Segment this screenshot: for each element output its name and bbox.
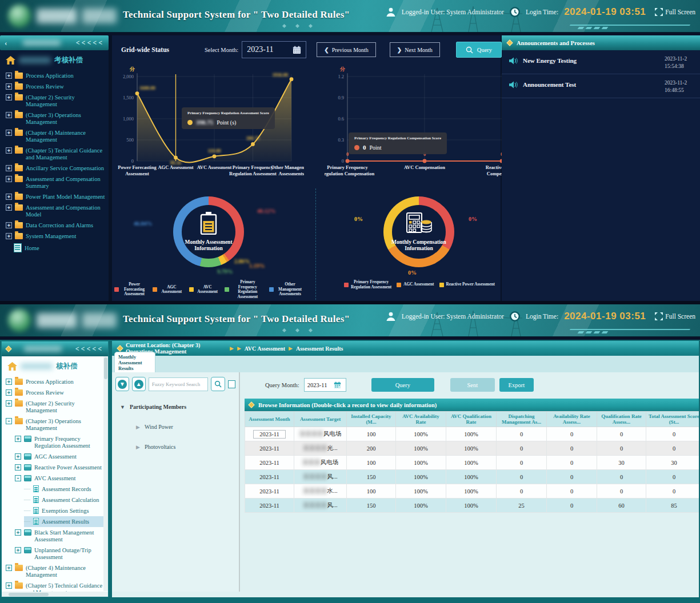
expand-plus-icon[interactable]: + [6, 130, 12, 136]
expand-plus-icon[interactable]: + [6, 73, 12, 79]
cell-assessment-target[interactable]: 某某某某光... [294, 441, 347, 456]
query-month-input[interactable] [307, 382, 334, 388]
table-cell[interactable]: 150 [347, 470, 396, 484]
table-cell[interactable]: 100% [396, 484, 446, 499]
expand-plus-icon[interactable]: + [6, 389, 12, 396]
table-cell[interactable]: 0 [547, 441, 597, 456]
table-cell[interactable]: 0 [646, 427, 699, 441]
tree-item[interactable]: +(Chapter 2) Security Management [6, 92, 106, 110]
tab-monthly-assessment-results[interactable]: Monthly Assessment Results [114, 352, 155, 372]
expand-plus-icon[interactable]: + [6, 565, 12, 571]
table-cell[interactable]: 0 [646, 484, 699, 499]
table-cell[interactable]: 100% [446, 441, 497, 456]
table-cell[interactable]: 150 [347, 499, 396, 513]
collapse-minus-icon[interactable]: - [15, 475, 21, 481]
table-cell[interactable]: 100% [446, 470, 497, 484]
breadcrumb-avc-assessment[interactable]: AVC Assessment [245, 345, 285, 352]
fuzzy-search-input[interactable] [149, 377, 208, 391]
tree-item[interactable]: Assessment Records [24, 484, 106, 495]
sidebar-horizontal-scrollbar[interactable] [2, 592, 109, 597]
query-month-picker[interactable] [304, 378, 346, 392]
table-cell[interactable]: 100% [396, 456, 446, 470]
table-cell[interactable]: 200 [347, 441, 396, 456]
member-item-photovoltaics[interactable]: ▶Photovoltaics [136, 444, 235, 450]
assessment-line-chart[interactable]: 05001,0001,5002,000分1600.0080.36110.0039… [114, 64, 304, 185]
table-cell[interactable]: 100 [347, 427, 396, 441]
announcement-item[interactable]: New Energy Testing2023-11-215:54:38 [502, 50, 700, 74]
table-cell[interactable]: 0 [547, 470, 597, 484]
expand-plus-icon[interactable]: + [6, 165, 12, 171]
table-cell[interactable]: 0 [646, 441, 699, 456]
table-row[interactable]: 2023-11某某某某风...150100%100%2506085 [245, 499, 699, 513]
column-header[interactable]: Installed Capacity (M... [347, 412, 396, 427]
table-cell[interactable]: 0 [497, 441, 547, 456]
tree-item-home[interactable]: Home [14, 242, 106, 254]
column-header[interactable]: AVC Availability Rate [396, 412, 446, 427]
compensation-donut-chart[interactable]: Monthly Compensation Information0%0%0% [325, 188, 514, 275]
tree-item[interactable]: +Ancillary Service Compensation [6, 163, 106, 174]
table-cell[interactable]: 0 [597, 441, 646, 456]
column-header[interactable]: Availability Rate Assess... [547, 412, 597, 427]
table-cell[interactable]: 100% [446, 499, 497, 513]
expand-plus-icon[interactable]: + [6, 222, 12, 228]
table-cell[interactable]: 0 [597, 470, 646, 484]
cell-assessment-month[interactable]: 2023-11 [245, 470, 294, 484]
cell-assessment-target[interactable]: 某某某某风... [294, 499, 347, 513]
expand-plus-icon[interactable]: + [6, 204, 12, 211]
tree-item[interactable]: +(Chapter 4) Maintenance Management [6, 562, 106, 580]
column-header[interactable]: AVC Qualification Rate [446, 412, 497, 427]
assessment-donut-chart[interactable]: Monthly Assessment Information40.12%1.19… [114, 188, 304, 275]
table-cell[interactable]: 100 [347, 456, 396, 470]
tree-item[interactable]: +Assessment and Compensation Model [6, 202, 106, 220]
expand-plus-icon[interactable]: + [6, 83, 12, 90]
column-header[interactable]: Assessment Target [294, 412, 347, 427]
expand-plus-icon[interactable]: + [15, 547, 21, 553]
tree-item[interactable]: +Process Review [6, 81, 106, 92]
month-picker[interactable] [242, 41, 306, 58]
tree-item[interactable]: +Reactive Power Assessment [15, 462, 106, 473]
table-cell[interactable]: 100% [396, 470, 446, 484]
expand-plus-icon[interactable]: + [15, 529, 21, 536]
select-all-checkbox[interactable] [228, 380, 235, 388]
table-cell[interactable]: 0 [547, 427, 597, 441]
sidebar-collapse-bar[interactable]: ‹ <<<<< [0, 35, 109, 50]
table-cell[interactable]: 0 [547, 456, 597, 470]
tree-item[interactable]: +Process Application [6, 376, 106, 387]
expand-plus-icon[interactable]: + [6, 233, 12, 239]
table-cell[interactable]: 0 [646, 470, 699, 484]
month-input[interactable] [247, 45, 293, 54]
export-button[interactable]: Export [499, 378, 534, 392]
sidebar-collapse-bar[interactable]: <<<<< [2, 341, 108, 356]
table-cell[interactable]: 100% [396, 427, 446, 441]
column-header[interactable]: Qualification Rate Assess... [597, 412, 646, 427]
cell-assessment-target[interactable]: 某某某某风... [294, 470, 347, 484]
tree-item[interactable]: +Process Application [6, 70, 106, 81]
table-cell[interactable]: 60 [597, 499, 646, 513]
members-root[interactable]: ▼ Participating Members [120, 404, 235, 410]
tree-item[interactable]: -(Chapter 3) Operations Management [6, 416, 106, 433]
table-cell[interactable]: 30 [646, 456, 699, 470]
cell-assessment-month[interactable]: 2023-11 [245, 456, 294, 470]
calendar-icon[interactable] [293, 46, 301, 54]
expand-plus-icon[interactable]: + [15, 453, 21, 460]
compensation-line-chart[interactable]: 00.30.60.91.2分000Primary FrequencyRegula… [325, 64, 514, 185]
table-cell[interactable]: 85 [646, 499, 699, 513]
sent-button[interactable]: Sent [450, 378, 495, 392]
column-header[interactable]: Total Assessment Score (St... [646, 412, 699, 427]
cell-assessment-target[interactable]: 某某某风电场 [294, 456, 347, 470]
tree-item[interactable]: +System Management [6, 231, 106, 242]
expand-plus-icon[interactable]: + [6, 400, 12, 407]
cell-assessment-target[interactable]: 某某某某风电场 [294, 427, 347, 441]
expand-plus-icon[interactable]: + [15, 464, 21, 471]
cell-assessment-month[interactable]: 2023-11 [245, 499, 294, 513]
table-cell[interactable]: 100% [446, 456, 497, 470]
tree-item[interactable]: -AVC Assessment [15, 473, 106, 484]
table-cell[interactable]: 25 [497, 499, 547, 513]
tree-item[interactable]: +Data Correction and Alarms [6, 220, 106, 231]
collapse-arrows[interactable]: <<<<< [75, 345, 103, 353]
announcement-item[interactable]: Announcement Test2023-11-216:48:55 [502, 74, 700, 98]
next-month-button[interactable]: ❯ Next Month [390, 42, 440, 57]
cell-assessment-target[interactable]: 某某某某水... [294, 484, 347, 499]
table-row[interactable]: 2023-11某某某某风...150100%100%0000 [245, 470, 699, 484]
table-cell[interactable]: 0 [597, 484, 646, 499]
